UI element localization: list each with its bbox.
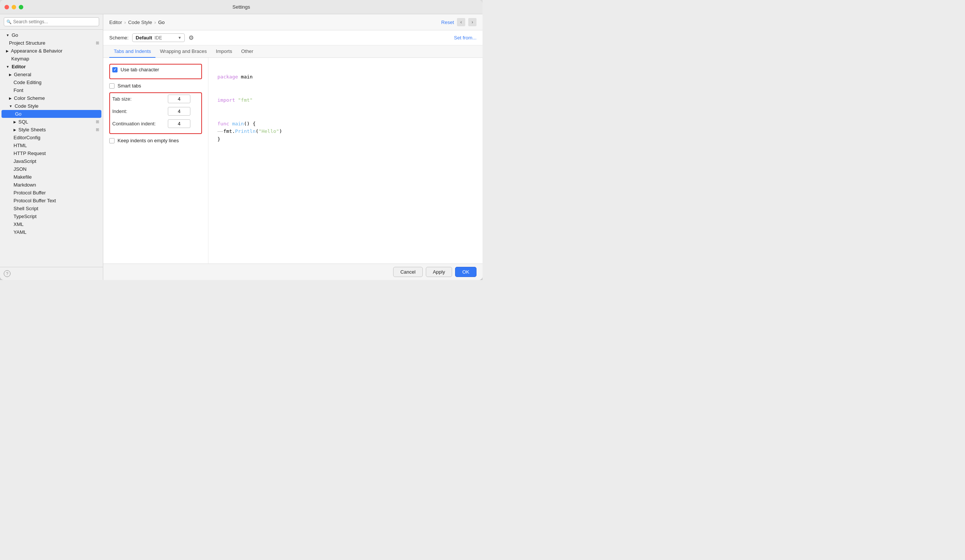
sidebar-item-shell-script[interactable]: Shell Script	[0, 204, 103, 212]
chevron-general: ▶	[9, 73, 11, 77]
use-tab-character-checkbox[interactable]: ✓	[112, 67, 118, 72]
sidebar-item-editor[interactable]: ▼ Editor	[0, 63, 103, 70]
sidebar-item-keymap[interactable]: Keymap	[0, 55, 103, 63]
indent-input[interactable]	[168, 107, 190, 116]
tab-imports[interactable]: Imports	[211, 46, 237, 58]
settings-and-preview: ✓ Use tab character Smart tabs	[103, 58, 483, 263]
sidebar-label-xml: XML	[13, 222, 24, 227]
sidebar-item-protocol-buffer[interactable]: Protocol Buffer	[0, 189, 103, 197]
code-line-close: }	[218, 136, 473, 144]
code-line-blank-2	[218, 81, 473, 89]
reset-button[interactable]: Reset	[441, 20, 454, 25]
sidebar-label-javascript: JavaScript	[13, 158, 36, 164]
apply-button[interactable]: Apply	[426, 267, 453, 277]
chevron-go: ▼	[6, 33, 10, 37]
sidebar-item-xml[interactable]: XML	[0, 220, 103, 228]
sidebar-label-sql: SQL	[18, 119, 28, 125]
sidebar-label-font: Font	[13, 87, 23, 93]
smart-tabs-label: Smart tabs	[118, 83, 141, 88]
sidebar-item-code-editing[interactable]: Code Editing	[0, 78, 103, 87]
sidebar-item-sql[interactable]: ▶ SQL ⊞	[0, 118, 103, 126]
sidebar-item-style-sheets[interactable]: ▶ Style Sheets ⊞	[0, 126, 103, 134]
sidebar-label-appearance: Appearance & Behavior	[11, 48, 62, 54]
forward-button[interactable]: ›	[468, 18, 476, 26]
sidebar-item-typescript[interactable]: TypeScript	[0, 212, 103, 220]
help-button[interactable]: ?	[4, 270, 10, 277]
sidebar: 🔍 ▼ Go Project Structure ⊞ ▶ App	[0, 14, 103, 280]
sidebar-label-keymap: Keymap	[11, 56, 29, 62]
tab-size-label: Tab size:	[112, 96, 165, 102]
sidebar-label-go-selected: Go	[15, 111, 21, 117]
chevron-code-style: ▼	[9, 104, 12, 108]
main-header: Editor › Code Style › Go Reset ‹ ›	[103, 14, 483, 30]
sidebar-bottom: ?	[0, 267, 103, 280]
breadcrumb: Editor › Code Style › Go	[109, 20, 441, 25]
tab-size-row: Tab size:	[112, 95, 199, 103]
sidebar-item-yaml[interactable]: YAML	[0, 228, 103, 236]
search-icon: 🔍	[7, 20, 11, 24]
tab-wrapping-and-braces[interactable]: Wrapping and Braces	[155, 46, 211, 58]
indent-row: Indent:	[112, 107, 199, 116]
window-title: Settings	[232, 4, 250, 10]
scheme-arrow-icon: ▼	[178, 36, 182, 40]
gear-icon[interactable]: ⚙	[188, 34, 194, 41]
tab-size-input[interactable]	[168, 95, 190, 103]
breadcrumb-sep-2: ›	[154, 20, 156, 25]
scheme-select[interactable]: Default IDE ▼	[132, 33, 185, 42]
sidebar-item-font[interactable]: Font	[0, 87, 103, 94]
breadcrumb-editor: Editor	[109, 20, 122, 25]
chevron-appearance: ▶	[6, 49, 9, 53]
sidebar-item-appearance-behavior[interactable]: ▶ Appearance & Behavior	[0, 47, 103, 55]
breadcrumb-sep-1: ›	[124, 20, 126, 25]
sidebar-label-general: General	[14, 72, 31, 77]
continuation-indent-label: Continuation indent:	[112, 121, 165, 126]
sidebar-label-shell-script: Shell Script	[13, 206, 38, 211]
chevron-editor: ▼	[6, 65, 10, 69]
set-from-button[interactable]: Set from...	[454, 35, 476, 41]
search-input[interactable]	[4, 17, 99, 26]
chevron-style-sheets: ▶	[13, 128, 16, 132]
use-tab-character-label: Use tab character	[121, 67, 159, 72]
ok-button[interactable]: OK	[455, 267, 476, 277]
sidebar-item-javascript[interactable]: JavaScript	[0, 157, 103, 165]
sidebar-item-protocol-buffer-text[interactable]: Protocol Buffer Text	[0, 197, 103, 204]
sidebar-label-markdown: Markdown	[13, 182, 36, 188]
sidebar-item-markdown[interactable]: Markdown	[0, 181, 103, 189]
sidebar-item-general[interactable]: ▶ General	[0, 70, 103, 78]
sidebar-label-typescript: TypeScript	[13, 214, 36, 219]
keep-indents-checkbox[interactable]	[109, 138, 114, 144]
sidebar-item-color-scheme[interactable]: ▶ Color Scheme	[0, 94, 103, 102]
continuation-indent-row: Continuation indent:	[112, 119, 199, 128]
sidebar-item-html[interactable]: HTML	[0, 142, 103, 149]
minimize-button[interactable]	[11, 5, 16, 10]
sidebar-label-project-structure: Project Structure	[9, 40, 46, 46]
sidebar-item-makefile[interactable]: Makefile	[0, 173, 103, 181]
smart-tabs-checkbox[interactable]	[109, 83, 114, 88]
code-line-blank-4	[218, 104, 473, 112]
continuation-indent-input[interactable]	[168, 119, 190, 128]
cancel-button[interactable]: Cancel	[393, 267, 422, 277]
sidebar-item-http-request[interactable]: HTTP Request	[0, 149, 103, 157]
sidebar-item-go-selected[interactable]: Go	[2, 110, 101, 118]
sidebar-label-json: JSON	[13, 166, 27, 172]
close-button[interactable]	[5, 5, 9, 10]
tab-other[interactable]: Other	[237, 46, 258, 58]
sidebar-label-makefile: Makefile	[13, 174, 31, 180]
sidebar-item-code-style[interactable]: ▼ Code Style	[0, 102, 103, 110]
sidebar-item-json[interactable]: JSON	[0, 165, 103, 173]
use-tab-char-highlight: ✓ Use tab character	[109, 64, 202, 79]
search-box: 🔍	[0, 14, 103, 29]
sidebar-label-style-sheets: Style Sheets	[18, 127, 46, 132]
tab-tabs-and-indents[interactable]: Tabs and Indents	[109, 46, 155, 58]
sidebar-label-protocol-buffer: Protocol Buffer	[13, 190, 46, 196]
bottom-bar: Cancel Apply OK	[103, 263, 483, 280]
search-wrapper: 🔍	[4, 17, 99, 26]
scheme-type: IDE	[154, 35, 162, 41]
back-button[interactable]: ‹	[457, 18, 465, 26]
sidebar-item-project-structure[interactable]: Project Structure ⊞	[0, 39, 103, 47]
code-line-blank-5	[218, 112, 473, 120]
smart-tabs-row: Smart tabs	[109, 83, 202, 88]
maximize-button[interactable]	[19, 5, 23, 10]
sidebar-item-editorconfig[interactable]: EditorConfig	[0, 134, 103, 142]
sidebar-item-go[interactable]: ▼ Go	[0, 31, 103, 39]
